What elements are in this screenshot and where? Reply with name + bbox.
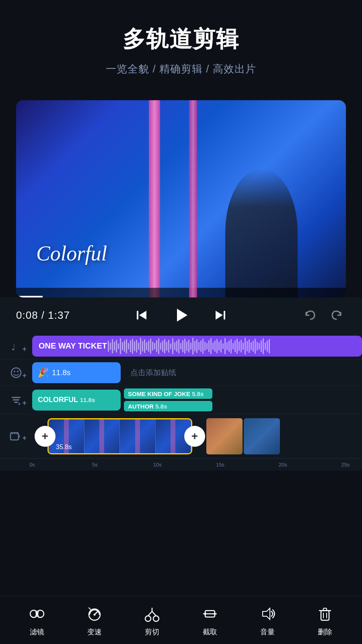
- time-display: 0:08 / 1:37: [16, 309, 70, 322]
- skip-back-button[interactable]: [133, 306, 150, 324]
- video-overlay-text: Colorful: [36, 242, 107, 265]
- ruler-mark-10s: 10s: [153, 462, 162, 468]
- text-sub-group: SOME KIND OF JOKE 5.8s AUTHOR 5.8s: [124, 388, 212, 411]
- tool-crop-label: 截取: [203, 627, 217, 637]
- sticker-track-row: + 🎉 11.8s 点击添加贴纸: [0, 359, 362, 386]
- text-track-content: COLORFUL 11.8s SOME KIND OF JOKE 5.8s AU…: [32, 388, 362, 411]
- sticker-block[interactable]: 🎉 11.8s: [32, 362, 121, 383]
- add-sticker-label[interactable]: 点击添加贴纸: [124, 367, 183, 378]
- text-add-icon[interactable]: +: [22, 399, 27, 407]
- video-main-block[interactable]: 35.8s: [47, 418, 192, 454]
- svg-marker-17: [19, 434, 20, 438]
- add-clip-right-button[interactable]: +: [184, 426, 205, 447]
- svg-text:+: +: [18, 401, 21, 407]
- audio-add-icon[interactable]: +: [22, 345, 27, 353]
- svg-rect-0: [137, 311, 138, 320]
- waveform: [105, 336, 362, 357]
- audio-track-icon[interactable]: ♩ +: [0, 340, 32, 353]
- add-clip-left-button[interactable]: +: [35, 426, 56, 447]
- page-subtitle: 一览全貌 / 精确剪辑 / 高效出片: [0, 62, 362, 76]
- person-silhouette: [225, 169, 298, 297]
- ruler-mark-15s: 15s: [216, 462, 224, 468]
- svg-point-22: [93, 613, 95, 615]
- timeline-ruler: 0s 5s 10s 15s 20s 25s: [0, 458, 362, 471]
- ruler-mark-5s: 5s: [92, 462, 98, 468]
- tool-crop[interactable]: 截取: [192, 604, 228, 637]
- text-sub2-block[interactable]: AUTHOR 5.8s: [124, 401, 212, 411]
- text-main-block[interactable]: COLORFUL 11.8s: [32, 390, 121, 411]
- video-thumb-2: [84, 419, 120, 453]
- video-progress-bar-container: [16, 288, 346, 297]
- tool-volume[interactable]: 音量: [249, 604, 286, 637]
- text-sub2-label: AUTHOR 5.8s: [128, 403, 167, 410]
- sticker-add-icon[interactable]: +: [22, 372, 27, 380]
- ruler-mark-20s: 20s: [279, 462, 287, 468]
- video-add-icon[interactable]: +: [22, 434, 27, 442]
- ruler-mark-25s: 25s: [341, 462, 350, 468]
- svg-rect-16: [16, 433, 18, 434]
- svg-rect-34: [321, 611, 329, 620]
- audio-track-content: ONE WAY TICKET: [32, 336, 362, 357]
- video-thumb-3: [120, 419, 156, 453]
- tool-volume-label: 音量: [260, 627, 275, 637]
- extra-clip-2[interactable]: [244, 418, 280, 454]
- svg-rect-10: [13, 399, 19, 400]
- play-button[interactable]: [171, 305, 191, 326]
- svg-line-27: [152, 611, 156, 616]
- audio-track-label: ONE WAY TICKET: [39, 341, 107, 351]
- tool-cut-label: 剪切: [145, 627, 159, 637]
- sticker-track-icon[interactable]: +: [0, 366, 32, 379]
- delete-icon: [315, 604, 335, 624]
- extra-clips: [206, 418, 280, 454]
- video-duration: 35.8s: [56, 444, 72, 451]
- video-preview[interactable]: Colorful: [16, 100, 346, 297]
- svg-marker-33: [263, 608, 270, 619]
- video-track-icon[interactable]: +: [0, 431, 32, 442]
- cut-icon: [142, 604, 162, 624]
- transport-controls: 0:08 / 1:37: [0, 297, 362, 333]
- text-track-row: + + COLORFUL 11.8s SOME KIND OF JOKE 5.8…: [0, 386, 362, 414]
- svg-point-7: [14, 371, 15, 372]
- svg-point-6: [11, 368, 21, 378]
- header: 多轨道剪辑 一览全貌 / 精确剪辑 / 高效出片: [0, 0, 362, 88]
- svg-marker-2: [177, 309, 187, 322]
- bottom-toolbar: 滤镜 变速 剪切: [0, 596, 362, 644]
- volume-icon: [257, 604, 278, 624]
- redo-button[interactable]: [328, 306, 346, 324]
- sticker-track-content: 🎉 11.8s 点击添加贴纸: [32, 362, 362, 383]
- tool-filter[interactable]: 滤镜: [19, 604, 55, 637]
- svg-point-8: [17, 371, 19, 372]
- svg-text:♩: ♩: [11, 342, 15, 352]
- undo-button[interactable]: [301, 306, 319, 324]
- text-sub1-block[interactable]: SOME KIND OF JOKE 5.8s: [124, 388, 212, 399]
- svg-line-23: [89, 608, 90, 609]
- filter-icon: [27, 604, 47, 624]
- sticker-duration: 11.8s: [52, 368, 70, 377]
- svg-rect-15: [14, 433, 15, 434]
- undo-redo-controls: [301, 306, 346, 324]
- svg-marker-1: [139, 311, 146, 320]
- tool-speed-label: 变速: [87, 627, 102, 637]
- crop-icon: [200, 604, 220, 624]
- svg-rect-14: [12, 433, 13, 434]
- skip-forward-button[interactable]: [212, 306, 229, 324]
- svg-marker-4: [216, 311, 223, 320]
- tool-delete-label: 删除: [318, 627, 332, 637]
- tool-delete[interactable]: 删除: [307, 604, 343, 637]
- video-background: Colorful: [16, 100, 346, 297]
- text-sub1-label: SOME KIND OF JOKE 5.8s: [128, 390, 204, 397]
- svg-line-26: [148, 611, 152, 616]
- transport-buttons: [133, 305, 229, 326]
- audio-block[interactable]: ONE WAY TICKET: [32, 336, 362, 357]
- ruler-mark-0s: 0s: [29, 462, 35, 468]
- svg-point-25: [153, 616, 159, 621]
- extra-clip-1[interactable]: [206, 418, 243, 454]
- video-track-container: + 35.8s +: [32, 418, 362, 454]
- tool-speed[interactable]: 变速: [76, 604, 113, 637]
- tool-cut[interactable]: 剪切: [134, 604, 170, 637]
- page-title: 多轨道剪辑: [0, 24, 362, 55]
- sticker-emoji: 🎉: [38, 367, 49, 378]
- text-track-icon[interactable]: + +: [0, 394, 32, 407]
- svg-rect-9: [12, 397, 21, 398]
- svg-rect-36: [323, 608, 327, 611]
